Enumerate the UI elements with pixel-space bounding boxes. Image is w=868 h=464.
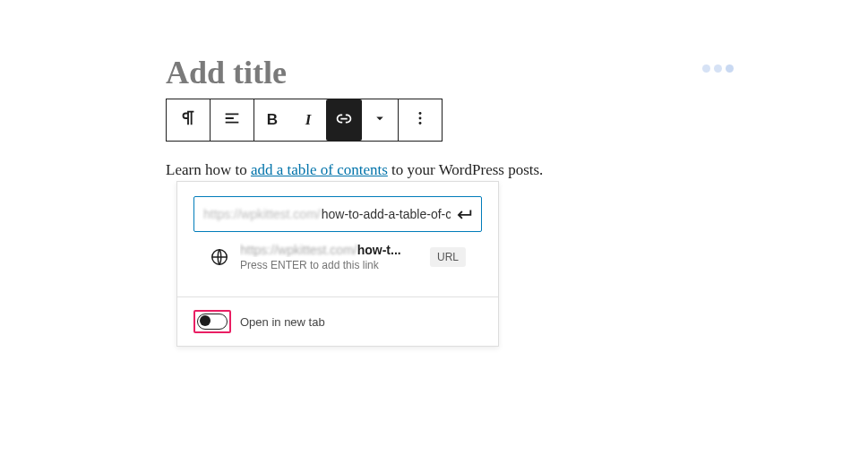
link-button[interactable] xyxy=(326,99,362,141)
chevron-down-icon xyxy=(372,110,388,131)
link-control-popover: https://wpkittest.com/ how-to-add-a-tabl… xyxy=(176,181,499,347)
suggestion-prefix-blurred: https://wpkittest.com/ xyxy=(240,243,357,257)
svg-point-1 xyxy=(419,116,422,119)
italic-icon: I xyxy=(305,111,312,129)
url-input-prefix-blurred: https://wpkittest.com/ xyxy=(203,207,321,221)
paragraph-block-button[interactable] xyxy=(167,99,210,141)
suggestion-bold: how-t... xyxy=(357,243,401,257)
globe-icon xyxy=(210,247,229,267)
suggestion-text: https://wpkittest.com/how-t... Press ENT… xyxy=(240,243,419,271)
svg-point-0 xyxy=(419,112,422,115)
submit-enter-icon[interactable] xyxy=(454,204,474,224)
more-rich-text-button[interactable] xyxy=(362,99,398,141)
svg-point-2 xyxy=(419,122,422,125)
open-new-tab-label: Open in new tab xyxy=(240,315,325,329)
suggestion-hint: Press ENTER to add this link xyxy=(240,259,419,271)
suggestion-title: https://wpkittest.com/how-t... xyxy=(240,243,419,257)
url-type-badge: URL xyxy=(430,247,466,267)
dot xyxy=(726,64,734,73)
url-input-value: how-to-add-a-table-of-c xyxy=(322,207,451,221)
align-button[interactable] xyxy=(211,99,254,141)
block-toolbar: B I xyxy=(166,99,443,142)
italic-button[interactable]: I xyxy=(290,99,326,141)
bold-button[interactable]: B xyxy=(254,99,290,141)
pilcrow-icon xyxy=(178,108,198,133)
link-search-section: https://wpkittest.com/ how-to-add-a-tabl… xyxy=(177,182,498,296)
more-options-button[interactable] xyxy=(399,99,442,141)
link-icon xyxy=(334,108,354,133)
text-before: Learn how to xyxy=(166,161,251,178)
toggle-knob xyxy=(200,315,211,326)
editor-container: Add title B I xyxy=(166,54,721,182)
link-settings-section: Open in new tab xyxy=(177,296,498,346)
more-vertical-icon xyxy=(410,108,430,133)
bold-icon: B xyxy=(267,111,278,129)
align-left-icon xyxy=(222,108,242,133)
paragraph-block[interactable]: Learn how to add a table of contents to … xyxy=(166,158,721,182)
toggle-highlight-box xyxy=(193,310,231,333)
post-title-placeholder[interactable]: Add title xyxy=(166,54,721,91)
link-url-input[interactable]: https://wpkittest.com/ how-to-add-a-tabl… xyxy=(193,196,482,232)
open-new-tab-toggle[interactable] xyxy=(197,314,228,330)
link-suggestion-row[interactable]: https://wpkittest.com/how-t... Press ENT… xyxy=(193,232,482,286)
text-after: to your WordPress posts. xyxy=(388,161,544,178)
content-link[interactable]: add a table of contents xyxy=(251,161,388,178)
